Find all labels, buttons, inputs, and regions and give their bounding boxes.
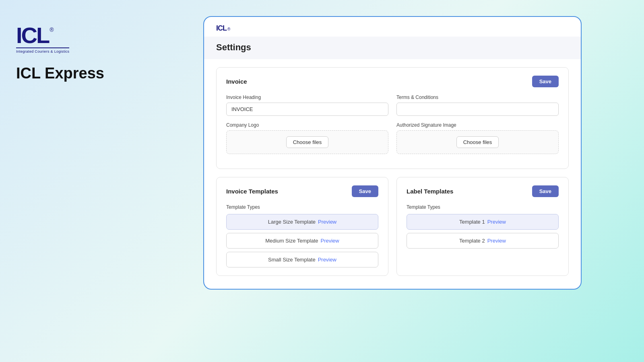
template-2-preview-link[interactable]: Preview — [487, 238, 506, 244]
invoice-heading-group: Invoice Heading — [226, 95, 388, 116]
template-row-medium[interactable]: Medium Size Template Preview — [226, 233, 378, 249]
invoice-templates-save-button[interactable]: Save — [352, 185, 378, 197]
auth-sig-group: Authorized Signature Image Choose files — [396, 122, 559, 154]
settings-title-text: Settings — [216, 42, 251, 52]
terms-group: Terms & Conditions — [396, 95, 559, 116]
bottom-sections: Invoice Templates Save Template Types La… — [216, 177, 569, 276]
invoice-save-button[interactable]: Save — [532, 76, 559, 87]
template-2-label: Template 2 — [459, 238, 485, 244]
invoice-templates-section: Invoice Templates Save Template Types La… — [216, 177, 388, 276]
card-header: ICL ® — [204, 17, 581, 33]
company-logo-label: Company Logo — [226, 122, 388, 128]
template-medium-label: Medium Size Template — [265, 238, 318, 244]
invoice-templates-title: Invoice Templates — [226, 188, 278, 195]
template-small-preview-link[interactable]: Preview — [318, 257, 336, 263]
invoice-templates-header: Invoice Templates Save — [226, 185, 378, 197]
template-row-1[interactable]: Template 1 Preview — [407, 214, 559, 230]
invoice-section-title: Invoice — [226, 78, 247, 85]
template-large-label: Large Size Template — [268, 219, 316, 225]
invoice-form-row-1: Invoice Heading Terms & Conditions — [226, 95, 559, 116]
template-medium-preview-link[interactable]: Preview — [321, 238, 339, 244]
template-row-small[interactable]: Small Size Template Preview — [226, 252, 378, 267]
invoice-template-types-label: Template Types — [226, 204, 378, 210]
choose-files-button-1[interactable]: Choose files — [286, 136, 329, 148]
invoice-heading-label: Invoice Heading — [226, 95, 388, 100]
invoice-form-row-2: Company Logo Choose files Authorized Sig… — [226, 122, 559, 154]
auth-sig-label: Authorized Signature Image — [396, 122, 559, 128]
settings-title-bar: Settings — [204, 37, 581, 59]
terms-label: Terms & Conditions — [396, 95, 559, 100]
settings-card: ICL ® Settings Invoice Save Invoice Head… — [203, 16, 582, 290]
template-small-label: Small Size Template — [268, 257, 316, 263]
company-logo-group: Company Logo Choose files — [226, 122, 388, 154]
logo-area: ICL ® Integrated Couriers & Logistics IC… — [16, 24, 137, 82]
logo-underline — [16, 47, 69, 48]
invoice-heading-input[interactable] — [226, 103, 388, 116]
company-name: ICL Express — [16, 65, 137, 82]
choose-files-button-2[interactable]: Choose files — [456, 136, 499, 148]
company-logo-upload-box: Choose files — [226, 130, 388, 154]
label-templates-section: Label Templates Save Template Types Temp… — [396, 177, 569, 276]
logo-subtitle: Integrated Couriers & Logistics — [16, 49, 69, 53]
template-1-label: Template 1 — [459, 219, 485, 225]
auth-sig-upload-box: Choose files — [396, 130, 559, 154]
label-templates-save-button[interactable]: Save — [532, 185, 559, 197]
template-row-large[interactable]: Large Size Template Preview — [226, 214, 378, 230]
template-large-preview-link[interactable]: Preview — [318, 219, 336, 225]
label-template-types-label: Template Types — [407, 204, 559, 210]
icl-small-logo: ICL ® — [216, 24, 569, 33]
invoice-section: Invoice Save Invoice Heading Terms & Con… — [216, 67, 569, 169]
icl-small-text: ICL — [216, 24, 227, 33]
logo-letters: ICL — [16, 24, 49, 47]
invoice-section-header: Invoice Save — [226, 76, 559, 87]
logo-badge: ICL ® Integrated Couriers & Logistics — [16, 24, 137, 53]
main-panel: ICL ® Settings Invoice Save Invoice Head… — [153, 0, 644, 306]
terms-input[interactable] — [396, 103, 559, 116]
left-panel: ICL ® Integrated Couriers & Logistics IC… — [0, 0, 153, 106]
template-row-2[interactable]: Template 2 Preview — [407, 233, 559, 249]
card-body: Invoice Save Invoice Heading Terms & Con… — [204, 59, 581, 284]
icl-small-registered: ® — [227, 27, 230, 31]
label-templates-title: Label Templates — [407, 188, 453, 195]
registered-icon: ® — [50, 27, 54, 33]
template-1-preview-link[interactable]: Preview — [487, 219, 506, 225]
label-templates-header: Label Templates Save — [407, 185, 559, 197]
